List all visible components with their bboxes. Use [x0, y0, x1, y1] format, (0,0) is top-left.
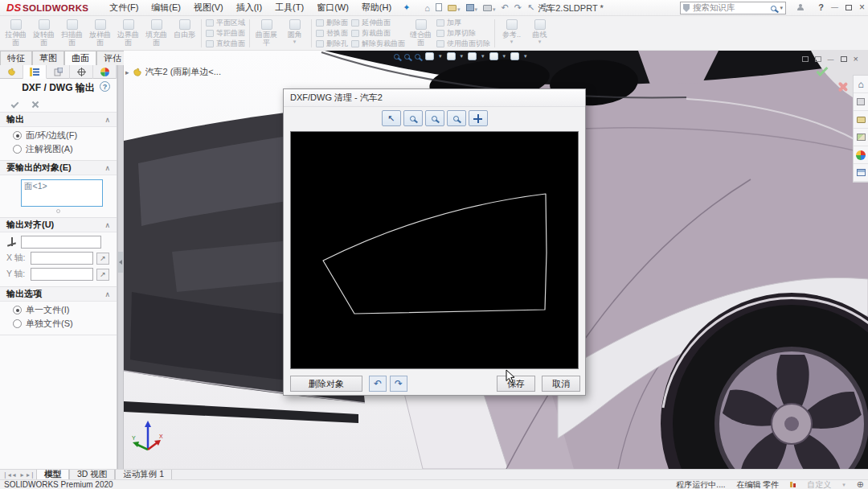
tab-features[interactable]: 特征: [0, 51, 32, 65]
appearances-tab[interactable]: [854, 146, 868, 164]
flyout-arrow-icon[interactable]: ▸: [125, 68, 129, 76]
extend-surface-button[interactable]: 延伸曲面: [351, 18, 405, 28]
extruded-surface-button[interactable]: 拉伸曲面: [2, 18, 30, 49]
prev-tab-icon[interactable]: ◂: [10, 471, 18, 479]
confirmation-ok-button[interactable]: [817, 65, 828, 75]
previous-view-icon[interactable]: [415, 54, 420, 60]
listbox-resize-grip[interactable]: [56, 209, 60, 213]
restore-icon[interactable]: [845, 5, 852, 10]
pan-button[interactable]: [469, 110, 488, 126]
dialog-redo-button[interactable]: ↷: [390, 376, 407, 392]
doc-minimize-icon[interactable]: —: [828, 55, 834, 63]
menu-insert[interactable]: 插入(I): [236, 2, 262, 14]
planar-surface-button[interactable]: 平面区域: [206, 18, 245, 28]
cut-with-surface-button[interactable]: 使用曲面切除: [436, 39, 490, 49]
filled-surface-button[interactable]: 填充曲面: [142, 18, 170, 49]
display-caret-icon[interactable]: ▾: [481, 53, 485, 60]
radio-annotation-views[interactable]: 注解视图(A): [0, 142, 117, 156]
ruled-surface-button[interactable]: 直纹曲面: [206, 39, 245, 49]
y-axis-input[interactable]: [31, 268, 93, 281]
hide-show-items-icon[interactable]: [489, 52, 498, 60]
custom-properties-tab[interactable]: [854, 164, 868, 182]
delete-face-button[interactable]: 删除面: [316, 18, 348, 28]
replace-face-button[interactable]: 替换面: [316, 29, 348, 39]
save-button[interactable]: 保存: [497, 376, 535, 392]
collapse-chevron-icon[interactable]: ∧: [104, 116, 110, 124]
collapse-chevron-icon[interactable]: ∧: [104, 290, 110, 298]
section-view-icon[interactable]: [425, 52, 434, 60]
confirmation-cancel-button[interactable]: [837, 81, 848, 93]
section-caret-icon[interactable]: ▾: [439, 53, 442, 60]
output-section-header[interactable]: 输出 ∧: [0, 113, 117, 127]
appearances-icon[interactable]: [510, 52, 519, 60]
search-magnifier-icon[interactable]: [771, 6, 776, 11]
open-icon[interactable]: ▾: [448, 3, 461, 13]
zoom-to-area-button[interactable]: [425, 110, 444, 126]
y-axis-reverse-icon[interactable]: ↗: [96, 269, 109, 281]
menu-edit[interactable]: 编辑(E): [151, 2, 181, 14]
x-axis-reverse-icon[interactable]: ↗: [96, 253, 109, 265]
configuration-manager-tab[interactable]: [47, 65, 70, 79]
lofted-surface-button[interactable]: 放样曲面: [86, 18, 114, 49]
first-tab-icon[interactable]: ❘◂: [2, 471, 10, 479]
dimxpert-manager-tab[interactable]: [70, 65, 93, 79]
globe-icon[interactable]: ⊕: [857, 479, 864, 489]
pin-menu-icon[interactable]: ✦: [403, 2, 410, 13]
delete-entities-button[interactable]: 删除对象: [290, 376, 362, 392]
zoom-area-icon[interactable]: [404, 54, 410, 60]
cancel-button[interactable]: 取消: [542, 376, 580, 392]
delete-hole-button[interactable]: 删除孔: [316, 39, 348, 49]
fillet-button[interactable]: 圆角▾: [280, 18, 309, 49]
radio-faces-loops-edges[interactable]: 面/环/边线(F): [0, 129, 117, 142]
freeform-button[interactable]: 自由形: [170, 18, 199, 49]
file-explorer-tab[interactable]: [854, 111, 868, 129]
view-palette-tab[interactable]: [854, 129, 868, 146]
home-icon[interactable]: ⌂: [424, 3, 430, 13]
thickened-cut-button[interactable]: 加厚切除: [436, 29, 490, 39]
radio-single-file[interactable]: 单一文件(I): [0, 303, 117, 317]
offset-surface-button[interactable]: 等距曲面: [206, 29, 245, 39]
design-library-tab[interactable]: [854, 93, 868, 111]
boundary-surface-button[interactable]: 边界曲面: [114, 18, 142, 49]
options-section-header[interactable]: 输出选项 ∧: [0, 287, 117, 302]
untrim-surface-button[interactable]: 解除剪裁曲面: [351, 39, 405, 49]
doc-tile-icon[interactable]: [815, 56, 821, 62]
reference-geometry-button[interactable]: 参考..▾: [497, 18, 526, 49]
statusbar-caret-icon[interactable]: ▾: [842, 482, 845, 488]
menu-tools[interactable]: 工具(T): [275, 2, 304, 14]
orientation-caret-icon[interactable]: ▾: [461, 53, 464, 60]
revolved-surface-button[interactable]: 旋转曲面: [30, 18, 58, 49]
user-account-icon[interactable]: [797, 4, 804, 10]
entities-section-header[interactable]: 要输出的对象(E) ∧: [0, 161, 117, 175]
menu-view[interactable]: 视图(V): [194, 2, 223, 14]
tab-motion-study[interactable]: 运动算例 1: [115, 470, 172, 479]
new-document-icon[interactable]: [436, 3, 442, 13]
customize-label[interactable]: 自定义: [807, 479, 831, 489]
zoom-in-out-button[interactable]: [403, 110, 423, 126]
display-manager-tab[interactable]: [93, 65, 117, 79]
alignment-section-header[interactable]: 输出对齐(U) ∧: [0, 218, 117, 232]
preview-canvas[interactable]: [290, 131, 579, 369]
dialog-undo-button[interactable]: ↶: [369, 376, 387, 392]
trim-surface-button[interactable]: 剪裁曲面: [351, 29, 405, 39]
property-manager-tab[interactable]: [23, 65, 47, 79]
hide-show-caret-icon[interactable]: ▾: [503, 53, 506, 60]
pm-ok-icon[interactable]: [11, 101, 19, 109]
coordinate-system-input[interactable]: [21, 236, 101, 249]
doc-cascade-icon[interactable]: [802, 56, 809, 62]
appearances-caret-icon[interactable]: ▾: [524, 53, 527, 60]
minimize-icon[interactable]: —: [831, 3, 838, 11]
panel-splitter[interactable]: [117, 65, 124, 469]
dialog-title-bar[interactable]: DXF/DWG 清理 - 汽车2: [284, 89, 585, 107]
lasso-select-button[interactable]: ↖: [382, 110, 401, 126]
entities-selection-list[interactable]: 面<1>: [21, 179, 103, 207]
collapse-chevron-icon[interactable]: ∧: [104, 164, 110, 172]
doc-close-icon[interactable]: ×: [854, 54, 858, 64]
menu-window[interactable]: 窗口(W): [317, 2, 349, 14]
resources-tab[interactable]: ⌂: [854, 76, 868, 93]
splitter-collapse-handle[interactable]: [118, 252, 123, 273]
swept-surface-button[interactable]: 扫描曲面: [58, 18, 86, 49]
view-orientation-icon[interactable]: [447, 52, 456, 60]
zoom-to-fit-button[interactable]: [447, 110, 466, 126]
doc-restore-icon[interactable]: [841, 56, 847, 62]
